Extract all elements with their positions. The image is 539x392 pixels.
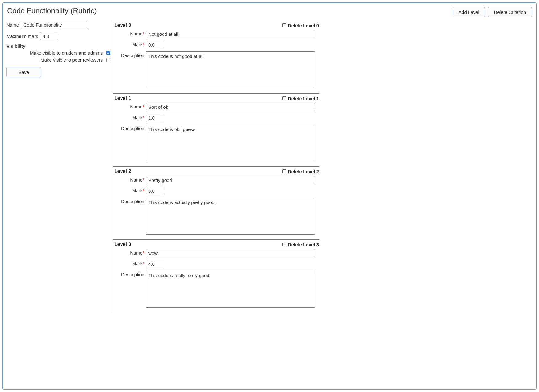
level-block: Level 2Delete Level 2Name*Mark*Descripti… [113,166,319,239]
required-mark: * [142,250,144,255]
visible-peer-checkbox[interactable] [106,58,110,62]
field-label: Name* [113,30,146,36]
max-mark-label: Maximum mark [6,34,38,39]
field-label: Description [113,198,146,204]
level-mark-input[interactable] [146,114,163,122]
visible-peer-label: Make visible to peer reviewers [40,57,103,63]
delete-level-checkbox[interactable] [282,23,286,27]
criterion-settings: Name Maximum mark Visibility Make visibl… [6,21,113,77]
level-mark-input[interactable] [146,260,163,268]
delete-level-wrap: Delete Level 3 [281,242,319,247]
level-heading: Level 0 [114,22,281,28]
level-name-input[interactable] [146,30,315,38]
required-mark: * [142,188,144,193]
delete-level-checkbox[interactable] [282,169,286,173]
level-mark-input[interactable] [146,187,163,195]
level-name-input[interactable] [146,103,315,111]
visibility-heading: Visibility [6,43,111,49]
field-label: Description [113,271,146,277]
criterion-name-label: Name [6,22,19,27]
top-actions: Add Level Delete Criterion [453,7,532,17]
field-label: Name* [113,176,146,182]
criterion-name-input[interactable] [21,21,88,29]
level-block: Level 1Delete Level 1Name*Mark*Descripti… [113,93,319,166]
level-heading: Level 3 [114,242,281,247]
delete-level-label: Delete Level 1 [288,96,319,101]
levels-list: Level 0Delete Level 0Name*Mark*Descripti… [113,21,319,312]
add-level-button[interactable]: Add Level [453,7,485,17]
rubric-panel: Add Level Delete Criterion Code Function… [2,2,537,390]
field-label: Description [113,51,146,58]
delete-criterion-button[interactable]: Delete Criterion [488,7,532,17]
level-mark-input[interactable] [146,41,163,49]
delete-level-wrap: Delete Level 1 [281,96,319,101]
required-mark: * [142,261,144,266]
required-mark: * [142,115,144,120]
level-name-input[interactable] [146,249,315,257]
level-block: Level 0Delete Level 0Name*Mark*Descripti… [113,21,319,93]
level-description-input[interactable] [146,198,315,235]
delete-level-wrap: Delete Level 0 [281,22,319,28]
required-mark: * [142,177,144,182]
field-label: Mark* [113,187,146,193]
required-mark: * [142,31,144,36]
visible-graders-checkbox[interactable] [106,51,110,55]
field-label: Mark* [113,41,146,47]
delete-level-checkbox[interactable] [282,243,286,246]
level-heading: Level 2 [114,169,281,174]
visible-graders-label: Make visible to graders and admins [30,50,103,55]
delete-level-label: Delete Level 0 [288,23,319,28]
level-description-input[interactable] [146,271,315,308]
required-mark: * [142,42,144,47]
delete-level-label: Delete Level 2 [288,169,319,174]
required-mark: * [142,104,144,109]
level-description-input[interactable] [146,51,315,88]
field-label: Mark* [113,260,146,266]
field-label: Mark* [113,114,146,120]
level-block: Level 3Delete Level 3Name*Mark*Descripti… [113,239,319,312]
level-name-input[interactable] [146,176,315,184]
delete-level-wrap: Delete Level 2 [281,169,319,174]
max-mark-input[interactable] [40,32,57,40]
level-description-input[interactable] [146,125,315,161]
field-label: Name* [113,103,146,109]
delete-level-label: Delete Level 3 [288,242,319,247]
field-label: Name* [113,249,146,255]
save-button[interactable]: Save [6,67,41,77]
field-label: Description [113,125,146,131]
level-heading: Level 1 [114,96,281,101]
delete-level-checkbox[interactable] [282,96,286,100]
